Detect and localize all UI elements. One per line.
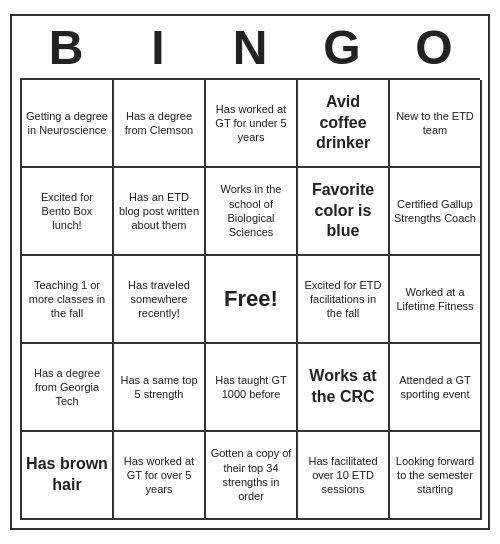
bingo-cell-3[interactable]: Avid coffee drinker	[298, 80, 390, 168]
bingo-cell-23[interactable]: Has facilitated over 10 ETD sessions	[298, 432, 390, 520]
bingo-cell-19[interactable]: Attended a GT sporting event	[390, 344, 482, 432]
bingo-grid: Getting a degree in NeuroscienceHas a de…	[20, 78, 480, 520]
bingo-cell-9[interactable]: Certified Gallup Strengths Coach	[390, 168, 482, 256]
bingo-cell-0[interactable]: Getting a degree in Neuroscience	[22, 80, 114, 168]
bingo-cell-4[interactable]: New to the ETD team	[390, 80, 482, 168]
letter-i: I	[114, 24, 202, 72]
bingo-cell-12[interactable]: Free!	[206, 256, 298, 344]
bingo-cell-17[interactable]: Has taught GT 1000 before	[206, 344, 298, 432]
bingo-cell-10[interactable]: Teaching 1 or more classes in the fall	[22, 256, 114, 344]
bingo-cell-14[interactable]: Worked at a Lifetime Fitness	[390, 256, 482, 344]
letter-n: N	[206, 24, 294, 72]
bingo-cell-22[interactable]: Gotten a copy of their top 34 strengths …	[206, 432, 298, 520]
bingo-cell-15[interactable]: Has a degree from Georgia Tech	[22, 344, 114, 432]
bingo-cell-20[interactable]: Has brown hair	[22, 432, 114, 520]
letter-o: O	[390, 24, 478, 72]
bingo-cell-21[interactable]: Has worked at GT for over 5 years	[114, 432, 206, 520]
letter-b: B	[22, 24, 110, 72]
bingo-cell-5[interactable]: Excited for Bento Box lunch!	[22, 168, 114, 256]
bingo-header: B I N G O	[20, 24, 480, 72]
letter-g: G	[298, 24, 386, 72]
bingo-cell-16[interactable]: Has a same top 5 strength	[114, 344, 206, 432]
bingo-cell-2[interactable]: Has worked at GT for under 5 years	[206, 80, 298, 168]
bingo-cell-8[interactable]: Favorite color is blue	[298, 168, 390, 256]
bingo-cell-24[interactable]: Looking forward to the semester starting	[390, 432, 482, 520]
bingo-cell-6[interactable]: Has an ETD blog post written about them	[114, 168, 206, 256]
bingo-cell-7[interactable]: Works in the school of Biological Scienc…	[206, 168, 298, 256]
bingo-card: B I N G O Getting a degree in Neuroscien…	[10, 14, 490, 530]
bingo-cell-13[interactable]: Excited for ETD facilitations in the fal…	[298, 256, 390, 344]
bingo-cell-1[interactable]: Has a degree from Clemson	[114, 80, 206, 168]
bingo-cell-11[interactable]: Has traveled somewhere recently!	[114, 256, 206, 344]
bingo-cell-18[interactable]: Works at the CRC	[298, 344, 390, 432]
